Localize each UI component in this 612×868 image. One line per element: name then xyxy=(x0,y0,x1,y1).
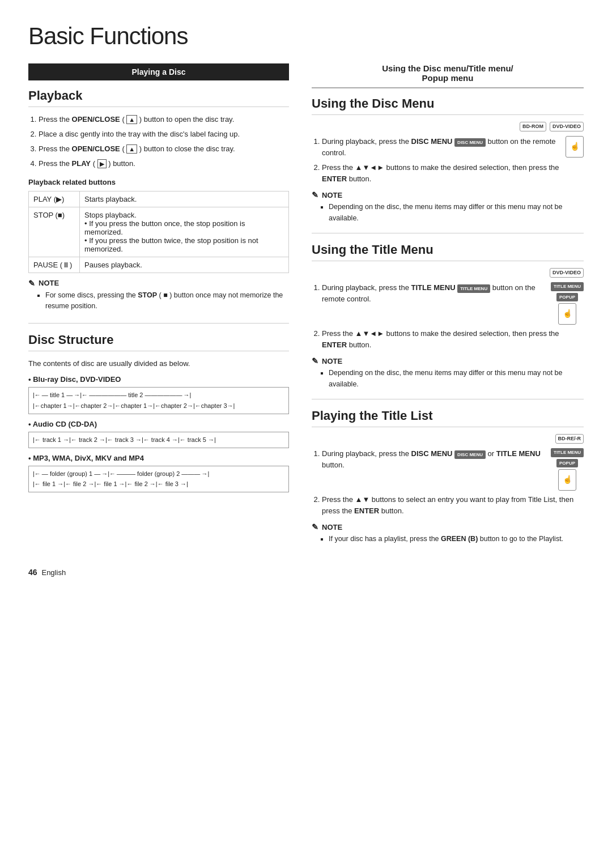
left-column: Playing a Disc Playback Press the OPEN/C… xyxy=(28,63,289,551)
table-row-play: PLAY (▶) Starts playback. xyxy=(29,191,289,207)
bluray-label: • Blu-ray Disc, DVD-VIDEO xyxy=(28,375,289,384)
disc-structure-intro: The contents of disc are usually divided… xyxy=(28,358,289,369)
title-list-step-1: During playback, press the DISC MENU DIS… xyxy=(322,448,584,491)
disc-menu-step-2: Press the ▲▼◄► buttons to make the desir… xyxy=(322,162,584,185)
bluray-diagram: |←— title 1 —→|←—————— title 2 ——————→| … xyxy=(28,387,289,414)
audiocd-label: • Audio CD (CD-DA) xyxy=(28,420,289,428)
right-section-header: Using the Disc menu/Title menu/ Popup me… xyxy=(312,63,584,88)
title-list-heading: Playing the Title List xyxy=(312,409,584,427)
title-menu-remote-badges: TITLE MENU POPUP ☝ xyxy=(551,282,584,325)
playback-step-2: Place a disc gently into the tray with t… xyxy=(39,129,289,140)
mp3-label: • MP3, WMA, DivX, MKV and MP4 xyxy=(28,454,289,462)
dvdvideo-badge-2: DVD-VIDEO xyxy=(550,268,584,278)
table-row-stop: STOP (■) Stops playback. • If you press … xyxy=(29,207,289,257)
playback-heading: Playback xyxy=(28,88,289,107)
disc-menu-badges: BD-ROM DVD-VIDEO xyxy=(312,122,584,131)
title-menu-badges: DVD-VIDEO xyxy=(312,268,584,278)
bdre-badge: BD-RE/-R xyxy=(555,434,584,444)
playback-step-3: Press the OPEN/CLOSE ( ▲ ) button to clo… xyxy=(39,143,289,155)
title-list-badges: BD-RE/-R xyxy=(312,434,584,444)
title-list-remote-badges: TITLE MENU POPUP ☝ xyxy=(551,448,584,491)
table-row-pause: PAUSE (⏸) Pauses playback. xyxy=(29,257,289,273)
playback-step-1: Press the OPEN/CLOSE ( ▲ ) button to ope… xyxy=(39,114,289,125)
title-menu-step-1: During playback, press the TITLE MENU TI… xyxy=(322,282,584,325)
disc-structure-heading: Disc Structure xyxy=(28,333,289,351)
title-list-note: NOTE If your disc has a playlist, press … xyxy=(312,522,584,544)
playback-steps: Press the OPEN/CLOSE ( ▲ ) button to ope… xyxy=(28,114,289,170)
language-label: English xyxy=(41,568,66,577)
disc-menu-steps: During playback, press the DISC MENU DIS… xyxy=(312,136,584,185)
mp3-diagram: |←— folder (group) 1 —→|←——— folder (gro… xyxy=(28,466,289,492)
title-menu-steps: During playback, press the TITLE MENU TI… xyxy=(312,282,584,351)
page-title: Basic Functions xyxy=(28,23,584,50)
title-list-steps: During playback, press the DISC MENU DIS… xyxy=(312,448,584,517)
right-column: Using the Disc menu/Title menu/ Popup me… xyxy=(312,63,584,551)
page-footer: 46 English xyxy=(28,568,584,577)
title-menu-heading: Using the Title Menu xyxy=(312,242,584,261)
playback-note: NOTE For some discs, pressing the STOP (… xyxy=(28,279,289,312)
disc-structure-section: Disc Structure The contents of disc are … xyxy=(28,323,289,492)
dvdvideo-badge: DVD-VIDEO xyxy=(550,122,584,131)
page-number: 46 xyxy=(28,568,37,577)
disc-menu-remote-icon: ☝ xyxy=(566,136,584,158)
title-menu-step-2: Press the ▲▼◄► buttons to make the desir… xyxy=(322,328,584,351)
playback-related-heading: Playback related buttons xyxy=(28,178,289,186)
audiocd-diagram: |← track 1 →|← track 2 →|← track 3 →|← t… xyxy=(28,432,289,448)
disc-menu-step-1: During playback, press the DISC MENU DIS… xyxy=(322,136,584,159)
playback-step-4: Press the PLAY ( ▶ ) button. xyxy=(39,158,289,169)
disc-menu-note: NOTE Depending on the disc, the menu ite… xyxy=(312,190,584,224)
bdrom-badge: BD-ROM xyxy=(520,122,546,131)
disc-menu-heading: Using the Disc Menu xyxy=(312,96,584,115)
playback-table: PLAY (▶) Starts playback. STOP (■) Stops… xyxy=(28,191,289,273)
left-section-header: Playing a Disc xyxy=(28,63,289,80)
title-menu-note: NOTE Depending on the disc, the menu ite… xyxy=(312,356,584,390)
title-list-step-2: Press the ▲▼ buttons to select an entry … xyxy=(322,494,584,517)
